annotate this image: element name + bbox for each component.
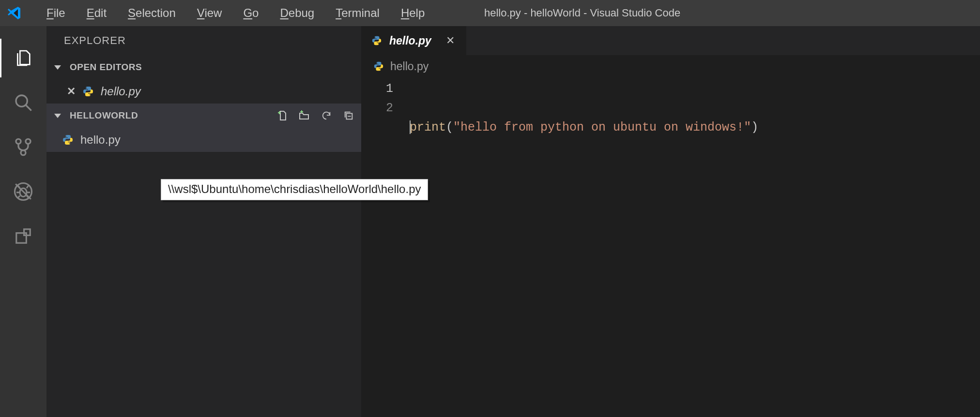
breadcrumb[interactable]: hello.py (361, 55, 980, 77)
workspace-actions (276, 110, 354, 121)
menu-selection[interactable]: Selection (117, 1, 186, 25)
svg-point-3 (26, 139, 31, 144)
token-paren: ) (751, 120, 758, 134)
title-bar: File Edit Selection View Go Debug Termin… (0, 0, 980, 26)
code-content[interactable]: print("hello from python on ubuntu on wi… (410, 77, 980, 417)
workspace-label: HELLOWORLD (70, 110, 138, 121)
svg-point-0 (16, 95, 27, 106)
path-tooltip: \\wsl$\Ubuntu\home\chrisdias\helloWorld\… (161, 179, 428, 200)
menu-view[interactable]: View (186, 1, 233, 25)
svg-line-8 (27, 186, 29, 188)
collapse-all-icon[interactable] (343, 110, 354, 121)
new-file-icon[interactable] (276, 110, 288, 121)
svg-point-2 (16, 139, 21, 144)
window-title: hello.py - helloWorld - Visual Studio Co… (484, 0, 956, 26)
chevron-down-icon (54, 114, 61, 118)
workspace-header[interactable]: HELLOWORLD (46, 104, 361, 128)
menu-debug[interactable]: Debug (269, 1, 325, 25)
python-file-icon (82, 86, 94, 97)
activity-extensions[interactable] (0, 214, 46, 258)
python-file-icon (62, 134, 74, 146)
python-file-icon (371, 35, 383, 46)
menu-go[interactable]: Go (232, 1, 269, 25)
token-function: print (410, 120, 446, 134)
open-editors-header[interactable]: OPEN EDITORS (46, 55, 361, 79)
menu-edit[interactable]: Edit (76, 1, 117, 25)
explorer-sidebar: EXPLORER OPEN EDITORS ✕ hello.py HELLOWO… (46, 26, 361, 417)
close-tab-icon[interactable]: ✕ (446, 34, 455, 47)
python-file-icon (373, 60, 384, 72)
chevron-down-icon (54, 65, 61, 70)
activity-bar (0, 26, 46, 417)
open-editor-filename: hello.py (101, 85, 141, 98)
line-number: 2 (361, 99, 393, 118)
code-editor[interactable]: 1 2 print("hello from python on ubuntu o… (361, 77, 980, 417)
vscode-logo-icon (7, 5, 22, 21)
file-tree-item[interactable]: hello.py (46, 128, 361, 152)
activity-debug[interactable] (0, 169, 46, 214)
menu-terminal[interactable]: Terminal (325, 1, 390, 25)
line-number: 1 (361, 79, 393, 99)
open-editors-label: OPEN EDITORS (70, 62, 142, 73)
file-tree-filename: hello.py (80, 133, 121, 147)
token-string: "hello from python on ubuntu on windows!… (453, 120, 751, 134)
editor-tab[interactable]: hello.py ✕ (361, 26, 467, 55)
token-paren: ( (446, 120, 453, 134)
new-folder-icon[interactable] (298, 110, 310, 121)
menu-help[interactable]: Help (390, 1, 435, 25)
breadcrumb-label: hello.py (390, 60, 429, 73)
svg-rect-14 (16, 233, 27, 243)
activity-search[interactable] (0, 80, 46, 125)
svg-line-1 (26, 105, 31, 111)
sidebar-title: EXPLORER (46, 26, 361, 55)
menu-bar: File Edit Selection View Go Debug Termin… (36, 1, 435, 25)
svg-line-11 (17, 196, 20, 198)
activity-source-control[interactable] (0, 125, 46, 169)
menu-file[interactable]: File (36, 1, 76, 25)
activity-explorer[interactable] (0, 36, 46, 80)
line-gutter: 1 2 (361, 77, 410, 417)
close-icon[interactable]: ✕ (67, 85, 76, 98)
open-editor-item[interactable]: ✕ hello.py (46, 79, 361, 104)
refresh-icon[interactable] (321, 110, 332, 121)
tab-label: hello.py (389, 34, 431, 47)
editor-area: hello.py ✕ hello.py 1 2 print("hello fro… (361, 26, 980, 417)
editor-tabs: hello.py ✕ (361, 26, 980, 55)
